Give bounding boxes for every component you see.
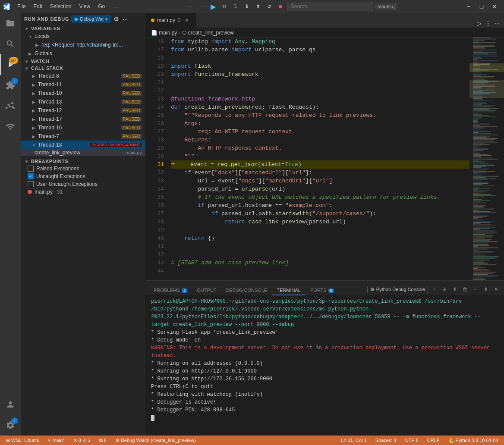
- tab-debug-console[interactable]: DEBUG CONSOLE: [221, 286, 271, 295]
- terminal-line: * Debugger is active!: [151, 398, 499, 406]
- call-stack-thread[interactable]: ▶Thread-10PAUSED: [21, 89, 145, 97]
- variables-header[interactable]: ▾ VARIABLES: [21, 25, 145, 32]
- split-terminal-btn[interactable]: ⊞: [440, 285, 449, 294]
- debug-continue-btn[interactable]: ▶: [208, 2, 218, 11]
- nav-forward-btn[interactable]: →: [197, 2, 207, 11]
- status-position[interactable]: Ln 31, Col 1: [338, 436, 369, 445]
- activity-remote[interactable]: [0, 116, 21, 137]
- breadcrumb-func[interactable]: ⬡ create_link_preview: [182, 30, 233, 36]
- code-token: startswith: [275, 210, 309, 218]
- breakpoint-checkbox[interactable]: [28, 166, 34, 172]
- status-debug-watch[interactable]: ⚙ Debug Watch (create_link_preview): [113, 436, 198, 445]
- code-content[interactable]: from typing import Any, Mappingfrom urll…: [167, 38, 469, 280]
- code-token: return: [225, 218, 245, 226]
- maximize-panel-btn[interactable]: ⬆: [482, 285, 490, 294]
- spaces-label: Spaces: 4: [375, 438, 397, 443]
- call-stack-thread[interactable]: ▶Thread-13PAUSED: [21, 97, 145, 106]
- status-branch[interactable]: ⑂ main*: [45, 436, 67, 445]
- debug-restart-btn[interactable]: ↺: [265, 2, 274, 11]
- call-stack-header[interactable]: ▾ CALL STACK: [21, 65, 145, 72]
- breakpoint-checkbox[interactable]: [28, 181, 34, 187]
- breakpoint-label: Uncaught Exceptions: [36, 173, 85, 179]
- panel-tabs: PROBLEMS2 OUTPUT DEBUG CONSOLE TERMINAL …: [146, 281, 504, 296]
- locals-req-item[interactable]: ▶ req: <Request 'http://charming-tro...: [21, 41, 145, 49]
- menu-more[interactable]: ...: [109, 3, 120, 10]
- call-stack-thread[interactable]: ▶Thread-11PAUSED: [21, 80, 145, 89]
- vscode-logo: [3, 3, 10, 10]
- nav-back-btn[interactable]: ←: [186, 2, 195, 11]
- status-debug-threads[interactable]: ⧉ 6: [97, 436, 109, 445]
- status-python[interactable]: 🐍 Python 3.8.10 64-bit: [446, 436, 501, 445]
- close-panel-btn[interactable]: ⬆: [450, 285, 459, 294]
- menu-selection[interactable]: Selection: [47, 3, 75, 10]
- breakpoint-item[interactable]: Uncaught Exceptions: [21, 172, 145, 180]
- tab-problems[interactable]: PROBLEMS2: [149, 286, 192, 295]
- activity-account[interactable]: [0, 394, 21, 415]
- locals-item[interactable]: ▾ Locals: [21, 32, 145, 41]
- add-terminal-btn[interactable]: +: [430, 285, 438, 294]
- run-editor-btn[interactable]: ▷: [476, 19, 482, 28]
- debug-threads-label: 6: [104, 438, 107, 443]
- status-wsl[interactable]: ⊞ WSL: Ubuntu: [3, 436, 42, 445]
- python-console-header-btn[interactable]: ⚙ Python Debug Console: [367, 286, 428, 293]
- close-terminal-btn[interactable]: ✕: [492, 285, 501, 294]
- tab-close-btn[interactable]: ✕: [183, 17, 190, 24]
- window-close-btn[interactable]: ✕: [488, 2, 501, 11]
- tab-main-py[interactable]: main.py 2 ✕: [146, 13, 196, 28]
- terminal-content[interactable]: pierrick@LAPTOP-HKU5PNNG:~/git/add-ons-s…: [146, 296, 504, 436]
- debug-config-btn[interactable]: ▶ Debug Wat ▾: [71, 15, 111, 23]
- trash-btn[interactable]: 🗑: [461, 285, 469, 294]
- status-encoding[interactable]: UTF-8: [403, 436, 421, 445]
- window-minimize-btn[interactable]: −: [463, 2, 475, 11]
- code-token: Mapping: [252, 38, 275, 46]
- debug-pause-btn[interactable]: ⏸: [220, 2, 229, 11]
- call-stack-entry[interactable]: create_link_previewmain.py: [21, 149, 145, 156]
- watch-header[interactable]: ▾ WATCH: [21, 58, 145, 65]
- activity-source-control[interactable]: [0, 96, 21, 116]
- debug-step-over-btn[interactable]: ⤵: [231, 2, 240, 11]
- breakpoints-list: Raised ExceptionsUncaught ExceptionsUser…: [21, 165, 145, 196]
- tab-output[interactable]: OUTPUT: [192, 286, 220, 295]
- search-input[interactable]: [287, 2, 373, 11]
- debug-more-btn[interactable]: ···: [122, 15, 129, 23]
- menu-go[interactable]: Go: [94, 3, 108, 10]
- activity-run-debug[interactable]: 1k+: [0, 54, 21, 75]
- more-editor-btn[interactable]: ···: [494, 19, 501, 28]
- activity-extensions[interactable]: 1: [0, 75, 21, 96]
- status-eol[interactable]: CRLF: [425, 436, 442, 445]
- breakpoint-item[interactable]: Raised Exceptions: [21, 165, 145, 172]
- code-token: def: [171, 103, 181, 111]
- breakpoints-header[interactable]: ▾ BREAKPOINTS: [21, 158, 145, 165]
- tab-terminal[interactable]: TERMINAL: [272, 286, 305, 295]
- debug-settings-btn[interactable]: ⚙: [113, 15, 120, 23]
- call-stack-thread[interactable]: ▶Thread-17PAUSED: [21, 115, 145, 123]
- call-stack-thread[interactable]: ▶Thread-16PAUSED: [21, 123, 145, 132]
- breakpoint-checkbox[interactable]: [28, 173, 34, 179]
- code-token: flask: [195, 62, 211, 70]
- debug-stop-btn[interactable]: ■: [276, 2, 285, 11]
- breadcrumb-file[interactable]: 📄 main.py: [151, 30, 177, 36]
- line-number: 21: [149, 78, 164, 87]
- status-errors[interactable]: ✕ 0 ⚠ 2: [71, 436, 93, 445]
- call-stack-thread[interactable]: ▶Thread-8PAUSED: [21, 72, 145, 80]
- window-maximize-btn[interactable]: □: [476, 2, 488, 11]
- activity-settings[interactable]: 1: [0, 415, 21, 436]
- debug-step-out-btn[interactable]: ⬆: [253, 2, 263, 11]
- activity-search[interactable]: [0, 34, 21, 54]
- tab-ports[interactable]: PORTS6: [306, 286, 338, 295]
- breakpoint-item[interactable]: main.py31: [21, 188, 145, 196]
- call-stack-thread[interactable]: ▾Thread-18PAUSED ON BREAKPOINT: [21, 141, 145, 149]
- split-editor-btn[interactable]: ⋮: [484, 19, 492, 28]
- breakpoint-item[interactable]: User Uncaught Exceptions: [21, 180, 145, 188]
- debug-step-into-btn[interactable]: ⬇: [242, 2, 252, 11]
- status-spaces[interactable]: Spaces: 4: [373, 436, 399, 445]
- menu-view[interactable]: View: [76, 3, 94, 10]
- globals-item[interactable]: ▶ Globals: [21, 49, 145, 58]
- line-number: 40: [149, 234, 164, 242]
- menu-file[interactable]: File: [14, 3, 29, 10]
- more-panel-btn[interactable]: ···: [471, 285, 480, 294]
- activity-explorer[interactable]: [0, 13, 21, 34]
- call-stack-thread[interactable]: ▶Thread-12PAUSED: [21, 106, 145, 115]
- call-stack-thread[interactable]: ▶Thread-7PAUSED: [21, 132, 145, 141]
- menu-edit[interactable]: Edit: [30, 3, 46, 10]
